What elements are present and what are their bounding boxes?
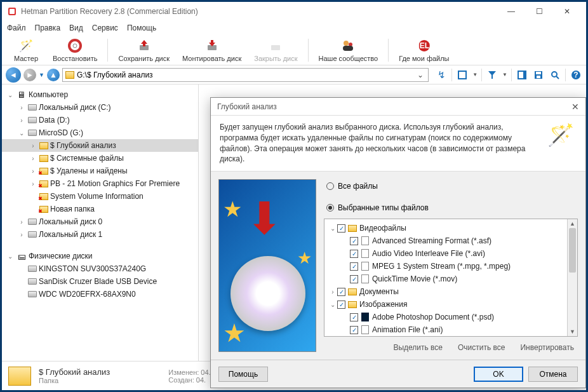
- tree-node-new-folder[interactable]: ·Новая папка: [2, 203, 198, 215]
- tree-node-svi[interactable]: ·System Volume Information: [2, 190, 198, 203]
- tree-node-system-files[interactable]: ›$ Системные файлы: [2, 152, 198, 165]
- clear-all-link[interactable]: Очистить все: [458, 343, 505, 352]
- checkbox-icon[interactable]: [350, 326, 358, 334]
- checkbox-icon[interactable]: [350, 275, 358, 283]
- help-button[interactable]: Помощь: [218, 367, 268, 382]
- scroll-thumb[interactable]: [569, 228, 576, 273]
- tree-node-data-d[interactable]: ›Data (D:): [2, 114, 198, 126]
- checkbox-icon[interactable]: [337, 224, 345, 233]
- status-title: $ Глубокий анализ: [39, 367, 110, 377]
- dialog-close-button[interactable]: ✕: [571, 102, 579, 112]
- scroll-down-icon[interactable]: ▼: [568, 327, 577, 336]
- tree-node-deleted-found[interactable]: ›$ Удалены и найдены: [2, 165, 198, 177]
- nav-forward-button[interactable]: ►: [23, 69, 36, 81]
- select-all-link[interactable]: Выделить все: [393, 343, 443, 352]
- tree-node-disk2[interactable]: ·WDC WD20EFRX-68AX9N0: [2, 288, 198, 301]
- file-type-tree[interactable]: ⌄Видеофайлы Advanced Streaming Format (*…: [324, 219, 578, 337]
- minimize-button[interactable]: —: [497, 3, 525, 20]
- cancel-button[interactable]: Отмена: [528, 367, 578, 382]
- tree-node-local-0[interactable]: ›Локальный диск 0: [2, 215, 198, 228]
- tree-node-local-c[interactable]: ›Локальный диск (C:): [2, 101, 198, 114]
- menu-help[interactable]: Помощь: [127, 24, 156, 32]
- invert-link[interactable]: Инвертировать: [520, 343, 574, 352]
- dropdown-icon[interactable]: ▼: [502, 72, 507, 78]
- save-icon[interactable]: [532, 69, 545, 81]
- preview-icon[interactable]: [516, 69, 528, 81]
- mount-disk-icon: [204, 38, 220, 53]
- save-disk-button[interactable]: Сохранить диск: [113, 36, 175, 64]
- filetype-asf[interactable]: Advanced Streaming Format (*.asf): [326, 234, 576, 247]
- drive-icon: [28, 219, 37, 225]
- filetype-mov[interactable]: QuickTime Movie (*.mov): [326, 273, 576, 285]
- checkbox-icon[interactable]: [350, 313, 358, 321]
- address-input[interactable]: [77, 71, 413, 79]
- dropdown-icon[interactable]: ▼: [472, 72, 478, 78]
- tree-node-microsd-g[interactable]: ⌄MicroSD (G:): [2, 126, 198, 139]
- mount-disk-button[interactable]: Монтировать диск: [177, 36, 246, 64]
- folder-deleted-icon: [39, 206, 48, 213]
- where-files-button[interactable]: HELP Где мои файлы: [394, 36, 454, 64]
- checkbox-icon[interactable]: [350, 250, 358, 258]
- star-icon: ★: [223, 196, 242, 222]
- checkbox-icon[interactable]: [337, 301, 345, 309]
- tree-node-disk1[interactable]: ·SanDisk Cruzer Blade USB Device: [2, 275, 198, 288]
- nav-back-button[interactable]: ◄: [6, 67, 21, 83]
- toolbar-separator: [308, 39, 309, 62]
- search-icon[interactable]: [549, 69, 561, 81]
- menu-file[interactable]: Файл: [7, 24, 26, 32]
- radio-all-files[interactable]: Все файлы: [326, 179, 578, 193]
- tree-node-computer[interactable]: ⌄🖥Компьютер: [2, 88, 198, 101]
- help-icon[interactable]: ?: [570, 69, 582, 81]
- nav-up-button[interactable]: ▲: [47, 69, 60, 81]
- folder-icon: [39, 142, 48, 149]
- dialog-illustration: ★ ⬇ ★ ★: [218, 179, 316, 352]
- dialog-footer: Помощь OK Отмена: [211, 360, 585, 388]
- computer-icon: 🖥: [17, 90, 27, 100]
- radio-selected-types[interactable]: Выбранные типы файлов: [326, 201, 578, 215]
- checkbox-icon[interactable]: [337, 288, 345, 296]
- category-images[interactable]: ⌄Изображения: [326, 298, 576, 311]
- menu-service[interactable]: Сервис: [92, 24, 118, 32]
- filetype-mpeg[interactable]: MPEG 1 System Stream (*.mpg, *.mpeg): [326, 260, 576, 273]
- folder-deleted-icon: [39, 180, 48, 187]
- scrollbar[interactable]: ▲ ▼: [567, 219, 577, 336]
- tree-node-phys-disks[interactable]: ⌄🖴Физические диски: [2, 250, 198, 262]
- filetype-psd[interactable]: Adobe Photoshop Document (*.psd): [326, 311, 576, 323]
- community-button[interactable]: Наше сообщество: [314, 36, 384, 64]
- tree-node-local-1[interactable]: ›Локальный диск 1: [2, 228, 198, 241]
- address-bar[interactable]: ⌄: [62, 68, 429, 82]
- filter-icon[interactable]: [486, 69, 498, 81]
- ok-button[interactable]: OK: [474, 367, 523, 382]
- view-mode-icon[interactable]: [456, 69, 469, 81]
- refresh-icon[interactable]: ↯: [435, 69, 448, 81]
- close-button[interactable]: ✕: [553, 3, 581, 20]
- checkbox-icon[interactable]: [350, 237, 358, 245]
- svg-line-20: [556, 76, 559, 79]
- filetype-avi[interactable]: Audio Video Interleave File (*.avi): [326, 247, 576, 260]
- folder-icon: [348, 288, 357, 295]
- tree-node-deep-analysis[interactable]: ›$ Глубокий анализ: [2, 139, 198, 152]
- app-icon: [7, 6, 17, 17]
- address-dropdown-icon[interactable]: ⌄: [415, 71, 425, 79]
- category-docs[interactable]: ›Документы: [326, 285, 576, 298]
- svg-rect-17: [536, 72, 541, 74]
- scroll-up-icon[interactable]: ▲: [568, 219, 577, 228]
- tree-node-disk0[interactable]: ·KINGSTON SUV300S37A240G: [2, 262, 198, 275]
- wizard-button[interactable]: 🪄 Мастер: [7, 36, 45, 64]
- menu-view[interactable]: Вид: [69, 24, 83, 32]
- tree-node-pb21[interactable]: ›PB - 21 Motion Graphics For Premiere: [2, 177, 198, 190]
- navbar: ◄ ► ▼ ▲ ⌄ ↯ ▼ ▼ ?: [2, 65, 586, 84]
- maximize-button[interactable]: ☐: [525, 3, 553, 20]
- checkbox-icon[interactable]: [350, 262, 358, 271]
- filetype-crw[interactable]: Canon Raw Image Format (*.crw): [326, 336, 576, 337]
- nav-dropdown-icon[interactable]: ▼: [39, 72, 44, 78]
- menu-edit[interactable]: Правка: [35, 24, 61, 32]
- category-video[interactable]: ⌄Видеофайлы: [326, 222, 576, 234]
- restore-button[interactable]: Восстановить: [48, 36, 102, 64]
- dialog-header: Будет запущен глубокий анализ выбранного…: [211, 116, 585, 172]
- drive-icon: [28, 117, 37, 123]
- window-controls: — ☐ ✕: [497, 3, 581, 20]
- filetype-ani[interactable]: Animation File (*.ani): [326, 323, 576, 336]
- wand-icon: 🪄: [18, 38, 34, 53]
- svg-rect-18: [537, 76, 540, 78]
